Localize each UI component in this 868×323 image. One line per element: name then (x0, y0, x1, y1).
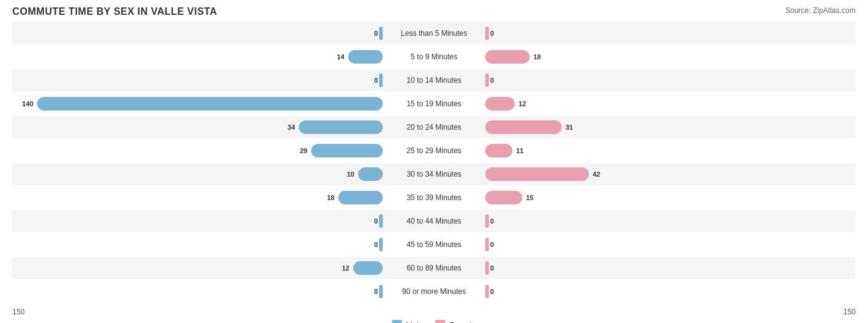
female-bar (485, 97, 515, 111)
row-label: 5 to 9 Minutes (383, 52, 485, 61)
male-value: 18 (327, 194, 335, 201)
male-value: 10 (347, 170, 354, 178)
male-bar (353, 261, 383, 275)
female-bar (485, 238, 489, 251)
left-bar-section: 34 (12, 116, 383, 138)
chart-title: COMMUTE TIME BY SEX IN VALLE VISTA (12, 6, 217, 17)
legend-female: Female (435, 320, 475, 323)
right-bar-section: 0 (485, 280, 856, 303)
row-label: 15 to 19 Minutes (383, 99, 485, 108)
row-label: 45 to 59 Minutes (383, 240, 485, 249)
left-bar-section: 18 (12, 187, 383, 209)
male-value: 0 (374, 288, 378, 295)
female-label: Female (449, 321, 475, 324)
right-bar-section: 11 (485, 140, 856, 162)
female-bar (485, 214, 489, 228)
female-value: 42 (593, 170, 600, 178)
left-bar-section: 14 (12, 46, 383, 68)
right-bar-section: 0 (485, 210, 856, 232)
female-bar (485, 144, 512, 157)
male-bar (358, 167, 383, 181)
male-value: 12 (342, 264, 349, 272)
female-value: 0 (490, 217, 494, 225)
right-bar-section: 31 (485, 116, 856, 138)
female-bar (485, 261, 489, 275)
right-bar-section: 0 (485, 22, 856, 44)
right-bar-section: 15 (485, 187, 856, 209)
left-bar-section: 0 (12, 22, 383, 44)
female-value: 15 (526, 194, 533, 201)
female-value: 0 (490, 30, 494, 37)
male-value: 0 (374, 30, 378, 37)
row-label: 20 to 24 Minutes (383, 123, 485, 132)
left-bar-section: 10 (12, 163, 383, 185)
legend: Male Female (12, 320, 856, 323)
bar-row: 3420 to 24 Minutes31 (12, 116, 856, 138)
right-bar-section: 18 (485, 46, 856, 68)
female-bar (485, 73, 489, 87)
female-color-box (435, 320, 445, 323)
right-bar-section: 0 (485, 257, 856, 279)
male-color-box (392, 320, 402, 323)
left-bar-section: 0 (12, 233, 383, 256)
male-value: 34 (288, 124, 295, 131)
row-label: Less than 5 Minutes (383, 29, 485, 38)
female-bar (485, 191, 522, 204)
row-label: 90 or more Minutes (383, 287, 485, 296)
left-bar-section: 0 (12, 69, 383, 91)
legend-male: Male (392, 320, 423, 323)
female-value: 0 (490, 264, 494, 272)
left-bar-section: 140 (12, 93, 383, 115)
female-bar (485, 50, 530, 64)
bar-row: 14015 to 19 Minutes12 (12, 93, 856, 115)
female-value: 0 (490, 241, 494, 248)
male-bar (299, 120, 383, 134)
bar-row: 0Less than 5 Minutes0 (12, 22, 856, 44)
female-value: 18 (533, 53, 541, 61)
male-value: 14 (337, 53, 344, 61)
row-label: 60 to 89 Minutes (383, 264, 485, 272)
axis-labels: 150 150 (12, 304, 856, 316)
row-label: 35 to 39 Minutes (383, 193, 485, 202)
female-value: 12 (519, 100, 526, 107)
bar-row: 010 to 14 Minutes0 (12, 69, 856, 91)
right-bar-section: 0 (485, 233, 856, 256)
row-label: 30 to 34 Minutes (383, 170, 485, 178)
right-axis-label: 150 (843, 308, 856, 316)
bar-row: 045 to 59 Minutes0 (12, 233, 856, 256)
female-bar (485, 120, 562, 134)
female-value: 0 (490, 77, 494, 84)
male-bar (311, 144, 383, 157)
bar-row: 1260 to 89 Minutes0 (12, 257, 856, 279)
source-label: Source: ZipAtlas.com (785, 6, 856, 15)
row-label: 40 to 44 Minutes (383, 217, 485, 225)
female-bar (485, 27, 489, 40)
bar-row: 040 to 44 Minutes0 (12, 210, 856, 232)
bar-row: 090 or more Minutes0 (12, 280, 856, 303)
left-bar-section: 0 (12, 280, 383, 303)
female-value: 0 (490, 288, 494, 295)
left-axis-label: 150 (12, 308, 25, 316)
female-bar (485, 285, 489, 298)
female-value: 31 (565, 124, 573, 131)
bar-row: 2925 to 29 Minutes11 (12, 140, 856, 162)
female-value: 11 (516, 147, 524, 154)
right-bar-section: 0 (485, 69, 856, 91)
left-bar-section: 12 (12, 257, 383, 279)
bar-row: 145 to 9 Minutes18 (12, 46, 856, 68)
left-bar-section: 29 (12, 140, 383, 162)
row-label: 25 to 29 Minutes (383, 146, 485, 155)
bar-row: 1835 to 39 Minutes15 (12, 187, 856, 209)
row-label: 10 to 14 Minutes (383, 76, 485, 85)
male-bar (338, 191, 383, 204)
bar-row: 1030 to 34 Minutes42 (12, 163, 856, 185)
left-bar-section: 0 (12, 210, 383, 232)
male-bar (37, 97, 383, 111)
male-value: 140 (22, 100, 33, 107)
male-value: 29 (300, 147, 307, 154)
right-bar-section: 42 (485, 163, 856, 185)
female-bar (485, 167, 589, 181)
male-bar (348, 50, 383, 64)
chart-area: 0Less than 5 Minutes0145 to 9 Minutes180… (12, 22, 856, 303)
male-label: Male (406, 321, 423, 324)
